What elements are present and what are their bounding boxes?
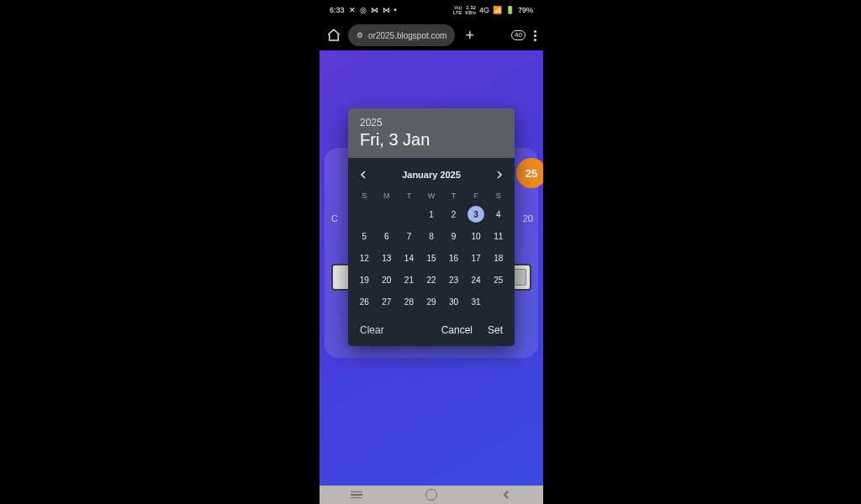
calendar-day[interactable]: 27 (376, 291, 399, 312)
picker-selected-date: Fri, 3 Jan (360, 130, 503, 150)
weekday-label: T (398, 188, 420, 203)
status-time: 6:33 (330, 6, 345, 14)
calendar-day[interactable]: 19 (353, 269, 376, 291)
calendar-day[interactable]: 13 (376, 247, 399, 269)
calendar-day[interactable]: 30 (442, 291, 465, 312)
battery-icon: 🔋 (505, 6, 515, 14)
background-label-left: C (331, 213, 338, 223)
phone-frame: 6:33 ✕ ◎ ⋈ ⋈ • Vo)LTE 2.32KB/s 4G 📶 🔋 79… (320, 0, 543, 504)
status-icon: ◎ (360, 6, 367, 14)
status-icon: ✕ (349, 6, 356, 14)
url-bar[interactable]: ⚙ or2025.blogspot.com (348, 24, 455, 46)
background-label-right: 20 (523, 213, 533, 223)
tab-switcher-button[interactable]: 40 (511, 30, 526, 40)
calendar-day[interactable]: 29 (420, 291, 443, 312)
home-icon[interactable] (326, 28, 341, 43)
overflow-menu-icon[interactable] (534, 30, 536, 41)
prev-month-button[interactable] (355, 166, 372, 183)
date-picker-dialog: 2025 Fri, 3 Jan January 2025 SMTWTFS 123… (348, 108, 515, 346)
calendar-day[interactable]: 16 (442, 247, 465, 269)
calendar-blank (376, 203, 399, 225)
calendar-day[interactable]: 5 (353, 225, 376, 247)
calendar-day[interactable]: 22 (420, 269, 443, 291)
calendar-day[interactable]: 23 (442, 269, 465, 291)
calendar-day[interactable]: 12 (353, 247, 376, 269)
weekday-header: SMTWTFS (348, 188, 515, 203)
set-button[interactable]: Set (488, 324, 503, 336)
calendar-blank (353, 203, 376, 225)
weekday-label: M (376, 188, 399, 203)
battery-pct: 79% (518, 6, 533, 14)
calendar-day[interactable]: 24 (465, 269, 488, 291)
site-settings-icon: ⚙ (357, 31, 363, 39)
recent-apps-button[interactable] (340, 489, 373, 501)
calendar-day[interactable]: 20 (376, 269, 399, 291)
browser-toolbar: ⚙ or2025.blogspot.com + 40 (320, 20, 543, 50)
calendar-day[interactable]: 18 (487, 247, 510, 269)
next-month-button[interactable] (491, 166, 508, 183)
calendar-day[interactable]: 17 (465, 247, 488, 269)
status-netspeed: 2.32KB/s (465, 5, 476, 15)
calendar-day[interactable]: 8 (420, 225, 443, 247)
calendar-day[interactable]: 14 (398, 247, 420, 269)
calendar-blank (398, 203, 420, 225)
date-picker-header[interactable]: 2025 Fri, 3 Jan (348, 108, 515, 158)
back-button[interactable] (489, 489, 523, 501)
calendar-day[interactable]: 15 (420, 247, 443, 269)
calendar-day[interactable]: 10 (465, 225, 488, 247)
calendar-day[interactable]: 4 (487, 203, 510, 225)
new-tab-button[interactable]: + (465, 27, 474, 45)
status-icon: ⋈ (371, 6, 378, 14)
calendar-day[interactable]: 3 (465, 203, 488, 225)
calendar-day[interactable]: 26 (353, 291, 376, 312)
weekday-label: T (442, 188, 465, 203)
system-nav-bar (320, 486, 543, 504)
weekday-label: S (487, 188, 510, 203)
clear-button[interactable]: Clear (360, 324, 384, 336)
webpage-viewport: 25 C 20 2025 Fri, 3 Jan January 2025 (320, 50, 543, 504)
calendar-day[interactable]: 1 (420, 203, 443, 225)
status-volte: Vo)LTE (453, 5, 462, 15)
picker-actions: Clear Cancel Set (348, 316, 515, 346)
url-text: or2025.blogspot.com (368, 31, 446, 40)
calendar-day[interactable]: 31 (465, 291, 488, 312)
calendar-day[interactable]: 28 (398, 291, 420, 312)
status-icon: ⋈ (383, 6, 390, 14)
status-icon: • (394, 6, 397, 14)
calendar-day[interactable]: 21 (398, 269, 420, 291)
calendar-day[interactable]: 7 (398, 225, 420, 247)
status-4g: 4G (479, 6, 489, 14)
month-year-label[interactable]: January 2025 (402, 170, 461, 180)
signal-icon: 📶 (493, 6, 502, 14)
calendar-grid: 1234567891011121314151617181920212223242… (348, 203, 515, 316)
picker-year[interactable]: 2025 (360, 117, 503, 129)
calendar-day[interactable]: 9 (442, 225, 465, 247)
home-button[interactable] (415, 489, 448, 501)
calendar-day[interactable]: 11 (487, 225, 510, 247)
cancel-button[interactable]: Cancel (441, 324, 473, 336)
weekday-label: S (353, 188, 376, 203)
weekday-label: W (420, 188, 443, 203)
calendar-day[interactable]: 25 (487, 269, 510, 291)
date-badge[interactable]: 25 (516, 158, 543, 188)
status-bar: 6:33 ✕ ◎ ⋈ ⋈ • Vo)LTE 2.32KB/s 4G 📶 🔋 79… (320, 0, 543, 20)
calendar-day[interactable]: 6 (376, 225, 399, 247)
calendar-day[interactable]: 2 (442, 203, 465, 225)
weekday-label: F (465, 188, 488, 203)
